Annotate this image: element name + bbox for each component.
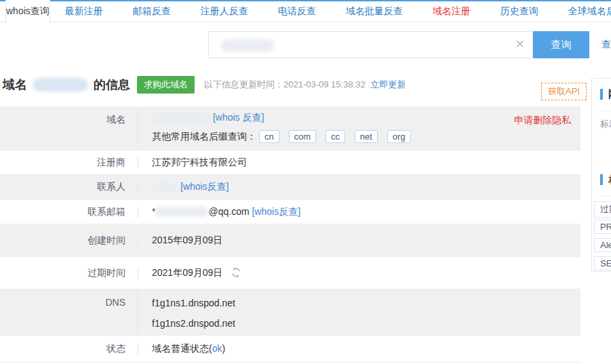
suffix-button-cn[interactable]: cn xyxy=(259,130,279,143)
whois-info-table: 域名 [whois 反查] 其他常用域名后缀查询： cn com cc net … xyxy=(0,106,580,363)
panel-section-related: 相 xyxy=(600,174,611,186)
panel-item-pr[interactable]: PR xyxy=(594,220,611,234)
status-ok-link[interactable]: ok xyxy=(212,343,222,354)
tab-domain-register[interactable]: 域名注册 xyxy=(418,0,486,22)
update-label: 以下信息更新时间： xyxy=(204,79,283,89)
contact-label: 联系人 xyxy=(0,181,138,193)
blurred-domain-name xyxy=(33,78,88,92)
page-title: 域名 的信息 求购此域名 以下信息更新时间：2021-03-09 15:38:3… xyxy=(3,76,406,94)
update-time: 2021-03-09 15:38:32 xyxy=(283,79,366,89)
table-row-email: 联系邮箱 *@qq.com [whois反查] xyxy=(0,200,580,224)
email-label: 联系邮箱 xyxy=(0,206,138,218)
email-masked-suffix: @qq.com xyxy=(208,206,249,217)
blurred-contact-name xyxy=(152,182,178,193)
tab-whois-query[interactable]: whois查询 xyxy=(5,0,50,23)
query-button[interactable]: 查询 xyxy=(533,31,589,58)
side-query-link[interactable]: 查 xyxy=(602,39,611,51)
status-label: 状态 xyxy=(0,343,138,355)
suffix-query-label: 其他常用域名后缀查询： xyxy=(152,131,256,142)
section-accent-bar xyxy=(600,174,603,185)
suffix-button-cc[interactable]: cc xyxy=(326,130,345,143)
dns-value-1: f1g1ns1.dnspod.net xyxy=(152,293,580,313)
tab-bar: whois查询 最新注册 邮箱反查 注册人反查 电话反查 域名批量反查 域名注册… xyxy=(0,0,611,22)
clear-icon[interactable]: × xyxy=(515,35,524,53)
table-row-created: 创建时间 2015年09月09日 xyxy=(0,224,580,257)
dns-value-2: f1g1ns2.dnspod.net xyxy=(152,313,580,333)
blurred-query-text xyxy=(221,39,274,52)
delete-privacy-link[interactable]: 申请删除隐私 xyxy=(514,115,571,127)
tab-global-suffix[interactable]: 全球域名后缀 xyxy=(553,0,611,22)
refresh-now-link[interactable]: 立即更新 xyxy=(370,79,406,89)
suffix-button-com[interactable]: com xyxy=(289,130,317,143)
panel-section-site-info: 网 xyxy=(600,88,611,101)
side-panel: 网 标题 相 过期 PR Ale SE xyxy=(591,78,611,272)
table-row-domain: 域名 [whois 反查] 其他常用域名后缀查询： cn com cc net … xyxy=(0,106,580,150)
table-row-dns: DNS f1g1ns1.dnspod.net f1g1ns2.dnspod.ne… xyxy=(0,289,580,336)
site-title-field-label: 标题 xyxy=(600,118,611,130)
tab-history-query[interactable]: 历史查询 xyxy=(486,0,553,22)
tab-latest-registered[interactable]: 最新注册 xyxy=(50,0,118,22)
panel-item-alexa[interactable]: Ale xyxy=(594,238,611,252)
registrar-value: 江苏邦宁科技有限公司 xyxy=(138,157,580,169)
section-accent-bar xyxy=(600,89,603,100)
created-value: 2015年09月09日 xyxy=(138,235,580,247)
expires-value: 2021年09月09日 xyxy=(152,267,222,278)
tab-registrant-reverse[interactable]: 注册人反查 xyxy=(186,0,263,22)
tab-email-reverse[interactable]: 邮箱反查 xyxy=(118,0,186,22)
registrar-label: 注册商 xyxy=(0,157,138,169)
table-row-expires: 过期时间 2021年09月09日 xyxy=(0,257,580,289)
tab-batch-reverse[interactable]: 域名批量反查 xyxy=(331,0,418,22)
status-text: 域名普通状态( xyxy=(152,343,212,354)
suffix-button-org[interactable]: org xyxy=(387,130,411,143)
panel-divider-1 xyxy=(600,110,611,111)
buy-domain-badge[interactable]: 求购此域名 xyxy=(137,76,195,94)
title-suffix: 的信息 xyxy=(94,77,130,93)
whois-page: whois查询 最新注册 邮箱反查 注册人反查 电话反查 域名批量反查 域名注册… xyxy=(0,0,611,364)
panel-item-expiry[interactable]: 过期 xyxy=(594,201,611,218)
title-prefix: 域名 xyxy=(3,77,27,93)
suffix-button-net[interactable]: net xyxy=(355,130,378,143)
get-api-button[interactable]: 获取API xyxy=(541,83,587,100)
table-row-status: 状态 域名普通状态(ok) xyxy=(0,336,580,363)
whois-reverse-link[interactable]: [whois 反查] xyxy=(213,112,264,123)
tab-phone-reverse[interactable]: 电话反查 xyxy=(263,0,331,22)
refresh-expiry-icon[interactable] xyxy=(231,267,241,278)
section1-title: 网 xyxy=(608,88,611,100)
domain-label: 域名 xyxy=(0,106,138,150)
dns-label: DNS xyxy=(0,289,138,335)
panel-divider-2 xyxy=(600,196,611,197)
panel-item-seo[interactable]: SE xyxy=(594,256,611,270)
update-time-text: 以下信息更新时间：2021-03-09 15:38:32 立即更新 xyxy=(204,79,406,91)
section2-title: 相 xyxy=(608,174,611,185)
search-input[interactable]: × xyxy=(208,31,533,58)
status-text-close: ) xyxy=(222,343,225,354)
table-row-registrar: 注册商 江苏邦宁科技有限公司 xyxy=(0,150,580,175)
contact-whois-reverse-link[interactable]: [whois反查] xyxy=(180,181,229,192)
expires-label: 过期时间 xyxy=(0,267,138,279)
created-label: 创建时间 xyxy=(0,235,138,247)
blurred-domain-value xyxy=(152,113,210,123)
blurred-email-name xyxy=(155,207,208,217)
email-whois-reverse-link[interactable]: [whois反查] xyxy=(252,206,300,217)
table-row-contact: 联系人 [whois反查] xyxy=(0,175,580,200)
